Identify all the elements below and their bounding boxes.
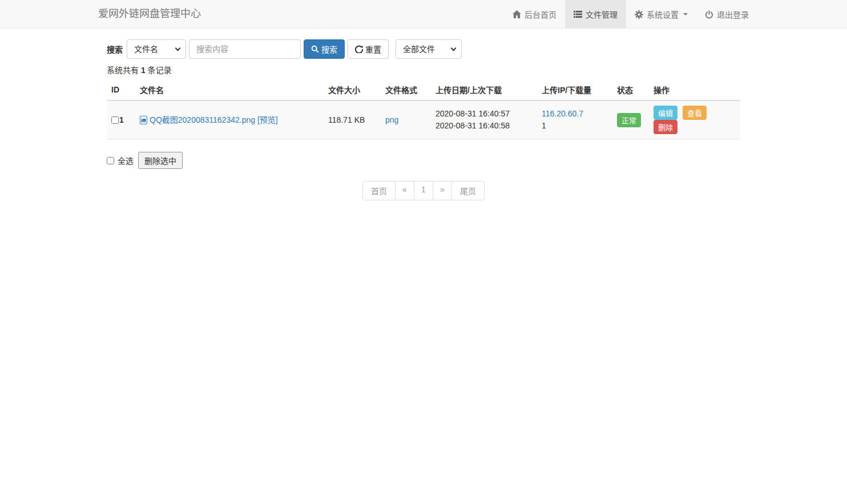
ip-link[interactable]: 116.20.60.7 bbox=[542, 109, 583, 118]
delete-selected-button[interactable]: 删除选中 bbox=[138, 152, 183, 169]
row-id: 1 bbox=[119, 115, 124, 124]
nav-item-logout[interactable]: 退出登录 bbox=[696, 0, 757, 29]
pagination: 首页 « 1 » 尾页 bbox=[107, 181, 740, 200]
row-date-cell: 2020-08-31 16:40:57 2020-08-31 16:40:58 bbox=[431, 100, 537, 139]
pagination-prev[interactable]: « bbox=[396, 181, 414, 200]
image-file-icon bbox=[140, 116, 147, 126]
search-form: 搜索 文件名 搜索 重置 全部文件 bbox=[107, 39, 740, 59]
delete-button[interactable]: 删除 bbox=[654, 120, 677, 134]
search-icon bbox=[311, 45, 319, 53]
refresh-icon bbox=[355, 45, 363, 53]
nav-item-label: 后台首页 bbox=[525, 9, 556, 20]
view-button[interactable]: 查看 bbox=[683, 106, 707, 120]
select-all-label-wrap[interactable]: 全选 bbox=[107, 155, 134, 166]
file-table: ID 文件名 文件大小 文件格式 上传日期/上次下载 上传IP/下载量 状态 操… bbox=[107, 79, 740, 139]
record-summary: 系统共有 1 条记录 bbox=[107, 64, 740, 75]
nav-item-system-settings[interactable]: 系统设置 bbox=[626, 0, 696, 29]
pagination-first[interactable]: 首页 bbox=[362, 181, 396, 200]
list-icon bbox=[574, 10, 582, 18]
format-link[interactable]: png bbox=[385, 115, 398, 124]
col-header-format: 文件格式 bbox=[381, 79, 431, 100]
status-badge[interactable]: 正常 bbox=[617, 113, 641, 127]
row-ip-cell: 116.20.60.7 1 bbox=[537, 100, 612, 139]
row-filename-cell: QQ截图20200831162342.png [预览] bbox=[135, 100, 324, 139]
pagination-next[interactable]: » bbox=[433, 181, 452, 200]
col-header-actions: 操作 bbox=[649, 79, 740, 100]
select-all-label: 全选 bbox=[118, 155, 134, 166]
caret-down-icon bbox=[683, 13, 688, 15]
main-content: 搜索 文件名 搜索 重置 全部文件 系统共有 1 条记录 bbox=[107, 39, 740, 200]
col-header-filename: 文件名 bbox=[135, 79, 324, 100]
table-row: 1 QQ截图20200831162342.png [预览] 118.71 KB … bbox=[107, 100, 740, 139]
col-header-ip: 上传IP/下载量 bbox=[537, 79, 612, 100]
nav-item-label: 系统设置 bbox=[647, 9, 679, 20]
download-count: 1 bbox=[542, 120, 608, 132]
reset-button-label: 重置 bbox=[365, 43, 381, 55]
edit-button[interactable]: 编辑 bbox=[654, 106, 677, 120]
reset-button[interactable]: 重置 bbox=[348, 39, 389, 59]
col-header-size: 文件大小 bbox=[324, 79, 381, 100]
file-link[interactable]: QQ截图20200831162342.png bbox=[150, 115, 255, 124]
col-header-status: 状态 bbox=[612, 79, 649, 100]
app-title: 爱网外链网盘管理中心 bbox=[90, 0, 209, 29]
row-format-cell: png bbox=[381, 100, 431, 139]
row-size-cell: 118.71 KB bbox=[324, 100, 381, 139]
upload-date: 2020-08-31 16:40:57 bbox=[435, 108, 533, 120]
file-type-select[interactable]: 全部文件 bbox=[396, 39, 462, 59]
nav-item-file-management[interactable]: 文件管理 bbox=[565, 0, 626, 29]
select-all-checkbox[interactable] bbox=[107, 157, 114, 164]
search-label: 搜索 bbox=[107, 43, 123, 55]
nav-item-admin-home[interactable]: 后台首页 bbox=[504, 0, 565, 29]
search-input[interactable] bbox=[189, 39, 301, 59]
nav-item-label: 文件管理 bbox=[586, 9, 618, 20]
row-actions-cell: 编辑 查看 删除 bbox=[649, 100, 740, 139]
navbar-menu: 后台首页 文件管理 系统设置 退出登录 bbox=[504, 0, 757, 29]
gear-icon bbox=[635, 10, 643, 19]
search-button-label: 搜索 bbox=[321, 43, 337, 55]
col-header-id: ID bbox=[107, 79, 135, 100]
top-navbar: 爱网外链网盘管理中心 后台首页 文件管理 系统设置 bbox=[0, 0, 847, 29]
preview-link[interactable]: [预览] bbox=[257, 115, 278, 124]
home-icon bbox=[513, 10, 521, 18]
search-field-select[interactable]: 文件名 bbox=[127, 39, 186, 59]
pagination-page-1[interactable]: 1 bbox=[414, 181, 433, 200]
power-icon bbox=[705, 10, 713, 19]
bulk-actions: 全选 删除选中 bbox=[107, 152, 740, 169]
table-header-row: ID 文件名 文件大小 文件格式 上传日期/上次下载 上传IP/下载量 状态 操… bbox=[107, 79, 740, 100]
record-count: 1 bbox=[141, 66, 146, 75]
row-checkbox[interactable] bbox=[111, 116, 119, 124]
pagination-last[interactable]: 尾页 bbox=[452, 181, 485, 200]
search-button[interactable]: 搜索 bbox=[304, 39, 345, 59]
last-download-date: 2020-08-31 16:40:58 bbox=[435, 120, 533, 132]
nav-item-label: 退出登录 bbox=[717, 9, 749, 20]
row-id-cell: 1 bbox=[107, 100, 135, 139]
row-status-cell: 正常 bbox=[612, 100, 649, 139]
col-header-upload-date: 上传日期/上次下载 bbox=[431, 79, 537, 100]
